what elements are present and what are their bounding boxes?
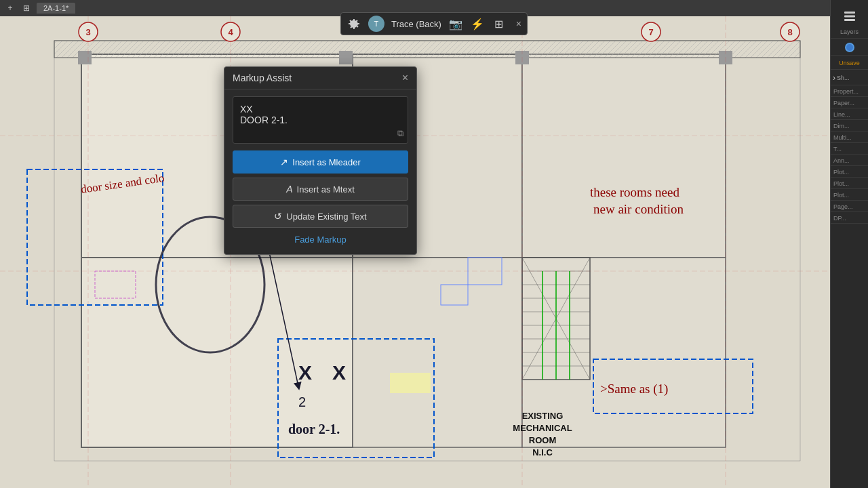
- sh-label: Sh...: [837, 75, 850, 81]
- svg-text:N.I.C: N.I.C: [532, 447, 553, 458]
- lightning-icon[interactable]: ⚡: [470, 16, 485, 31]
- svg-rect-4: [522, 54, 726, 258]
- svg-rect-8: [54, 41, 800, 58]
- mtext-icon: A: [286, 184, 292, 195]
- markup-assist-dialog: Markup Assist × XX DOOR 2-1. ⧉ ↗ Insert …: [224, 66, 417, 255]
- svg-text:8: 8: [787, 27, 792, 37]
- svg-text:>Same as (1): >Same as (1): [600, 382, 668, 396]
- insert-mleader-button[interactable]: ↗ Insert as Mleader: [233, 150, 408, 174]
- active-layer-dot[interactable]: [845, 43, 854, 52]
- svg-text:MECHANICAL: MECHANICAL: [513, 423, 572, 433]
- unsaved-indicator[interactable]: Unsave: [839, 60, 860, 66]
- svg-rect-6: [353, 258, 522, 447]
- plot2-label: Plot...: [833, 180, 865, 187]
- toolbar-grid-icon[interactable]: ⊞: [20, 2, 33, 14]
- chevron-right-icon[interactable]: ›: [833, 73, 835, 83]
- paper-label: Paper...: [833, 100, 865, 106]
- svg-text:door 2-1.: door 2-1.: [288, 422, 340, 436]
- svg-rect-62: [844, 12, 855, 14]
- update-existing-text-button[interactable]: ↺ Update Existing Text: [233, 205, 408, 228]
- line-label: Line...: [833, 111, 865, 118]
- dialog-close-button[interactable]: ×: [402, 73, 408, 83]
- svg-text:4: 4: [228, 27, 233, 37]
- trace-toolbar: T Trace (Back) 📷 ⚡ ⊞ ×: [340, 12, 528, 35]
- trace-close-button[interactable]: ×: [516, 18, 521, 29]
- insert-mleader-label: Insert as Mleader: [292, 157, 360, 167]
- plot1-label: Plot...: [833, 169, 865, 176]
- camera-icon[interactable]: 📷: [448, 16, 463, 31]
- layers-label: Layers: [840, 28, 859, 35]
- update-icon: ↺: [274, 211, 282, 222]
- update-existing-label: Update Existing Text: [286, 211, 366, 222]
- dialog-content: XX DOOR 2-1. ⧉ ↗ Insert as Mleader A Ins…: [224, 89, 416, 254]
- svg-rect-10: [339, 51, 353, 64]
- svg-text:X: X: [332, 361, 346, 384]
- svg-text:2: 2: [298, 394, 306, 409]
- settings-icon[interactable]: [347, 16, 361, 31]
- mleader-icon: ↗: [280, 157, 288, 167]
- toolbar-plus-icon[interactable]: +: [4, 2, 16, 14]
- recognized-line2: DOOR 2-1.: [240, 115, 401, 125]
- copy-icon[interactable]: ⧉: [397, 128, 403, 139]
- dim-label: Dim...: [833, 123, 865, 129]
- svg-text:these rooms need: these rooms need: [590, 185, 679, 199]
- dialog-header: Markup Assist ×: [224, 67, 416, 89]
- multi-label: Multi...: [833, 134, 865, 141]
- active-tab[interactable]: 2A-1-1*: [37, 3, 75, 14]
- dialog-title: Markup Assist: [233, 73, 292, 83]
- recognized-text-display: XX DOOR 2-1. ⧉: [233, 96, 408, 144]
- trace-label: Trace (Back): [391, 19, 441, 29]
- svg-text:3: 3: [85, 27, 90, 37]
- dp-label: DP...: [833, 215, 865, 222]
- plot3-label: Plot...: [833, 192, 865, 199]
- insert-mtext-label: Insert as Mtext: [297, 184, 355, 195]
- ann-label: Ann...: [833, 157, 865, 164]
- properties-label: Propert...: [833, 88, 865, 95]
- layers-icon[interactable]: [839, 5, 861, 27]
- right-panel: Layers Unsave › Sh... Propert... Paper..…: [830, 0, 868, 488]
- svg-rect-61: [390, 373, 431, 393]
- svg-text:EXISTING: EXISTING: [522, 411, 564, 421]
- svg-text:new air condition: new air condition: [593, 202, 684, 216]
- trace-avatar: T: [368, 16, 384, 32]
- insert-mtext-button[interactable]: A Insert as Mtext: [233, 178, 408, 201]
- svg-rect-64: [844, 19, 855, 21]
- fade-markup-button[interactable]: Fade Markup: [233, 232, 408, 247]
- svg-text:X: X: [298, 361, 312, 384]
- page-label: Page...: [833, 203, 865, 210]
- svg-text:ROOM: ROOM: [529, 435, 556, 445]
- grid-icon[interactable]: ⊞: [492, 16, 507, 31]
- svg-rect-63: [844, 16, 855, 18]
- svg-rect-9: [78, 51, 92, 64]
- svg-text:7: 7: [648, 27, 653, 37]
- recognized-line1: XX: [240, 104, 401, 115]
- t-label: T...: [833, 146, 865, 152]
